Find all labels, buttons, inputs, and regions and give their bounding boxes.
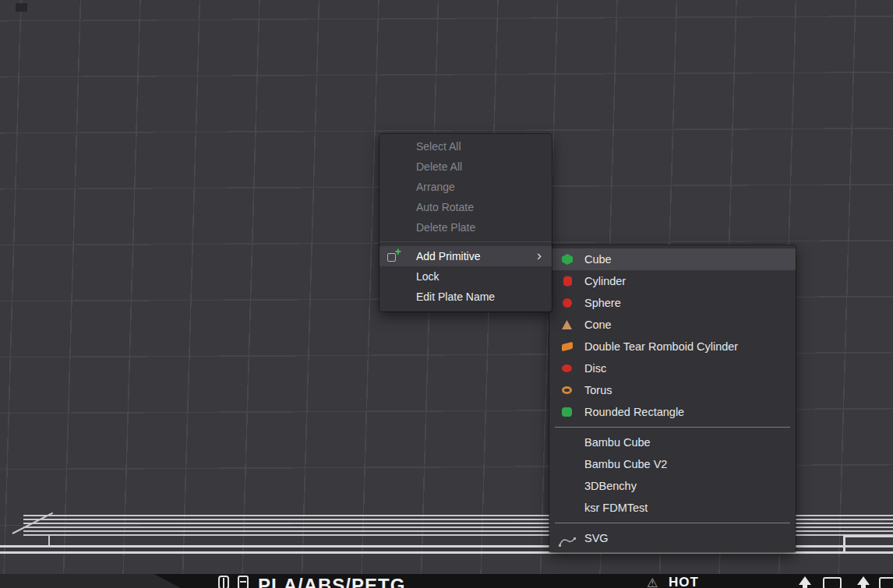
submenu-item-label: Bambu Cube	[584, 436, 651, 449]
submenu-item-torus[interactable]: Torus	[549, 379, 796, 401]
context-menu: Select All Delete All Arrange Auto Rotat…	[379, 134, 552, 312]
filament-spool-icon[interactable]	[218, 576, 229, 588]
sphere-icon	[563, 298, 572, 308]
submenu-item-bambu-cube-v2[interactable]: Bambu Cube V2	[549, 453, 796, 475]
double-tear-romboid-cylinder-icon	[562, 342, 573, 351]
plate-corner-bracket	[843, 535, 893, 554]
torus-icon	[562, 386, 572, 394]
submenu-item-3dbenchy[interactable]: 3DBenchy	[549, 475, 796, 497]
ams-box-icon[interactable]	[238, 576, 249, 588]
move-up-icon[interactable]	[857, 576, 870, 585]
menu-item-auto-rotate[interactable]: Auto Rotate	[379, 197, 552, 217]
submenu-item-label: Rounded Rectangle	[584, 406, 684, 418]
warning-triangle-icon: ⚠	[647, 576, 658, 588]
submenu-item-cylinder[interactable]: Cylinder	[549, 270, 796, 292]
menu-item-add-primitive[interactable]: + Add Primitive ›	[379, 246, 552, 266]
menu-item-delete-plate[interactable]: Delete Plate	[379, 217, 552, 238]
submenu-item-label: Cylinder	[584, 275, 626, 287]
cone-icon	[562, 320, 572, 329]
menu-item-select-all[interactable]: Select All	[379, 136, 552, 157]
cube-icon	[562, 254, 573, 265]
submenu-item-double-tear-romboid-cylinder[interactable]: Double Tear Romboid Cylinder	[549, 336, 796, 357]
svg-curve-icon	[559, 533, 576, 544]
submenu-item-ksr-fdmtest[interactable]: ksr FDMTest	[549, 497, 796, 519]
submenu-item-cube[interactable]: Cube	[549, 248, 796, 270]
submenu-item-label: Cube	[584, 253, 612, 266]
submenu-item-bambu-cube[interactable]: Bambu Cube	[549, 431, 796, 453]
menu-item-arrange[interactable]: Arrange	[379, 177, 552, 197]
menu-item-label: Add Primitive	[416, 250, 480, 262]
submenu-item-label: 3DBenchy	[584, 480, 637, 492]
submenu-separator	[555, 523, 790, 523]
menu-item-lock[interactable]: Lock	[379, 266, 552, 287]
submenu-item-label: Double Tear Romboid Cylinder	[584, 340, 738, 353]
submenu-item-label: Torus	[584, 384, 612, 396]
filament-type-text: PLA/ABS/PETG	[258, 575, 405, 588]
submenu-item-label: Disc	[584, 362, 606, 375]
menu-separator	[379, 241, 552, 242]
disc-icon	[562, 364, 572, 372]
submenu-item-sphere[interactable]: Sphere	[549, 292, 796, 314]
add-primitive-submenu: Cube Cylinder Sphere Cone Double Tear Ro…	[549, 245, 796, 552]
add-primitive-icon: +	[386, 249, 402, 263]
menu-item-delete-all[interactable]: Delete All	[379, 157, 552, 177]
submenu-item-label: Cone	[584, 319, 612, 331]
hot-label: HOT	[669, 575, 699, 588]
rounded-rectangle-icon	[562, 407, 572, 417]
submenu-item-label: SVG	[584, 532, 609, 544]
submenu-separator	[555, 427, 790, 428]
slicer-3d-viewport: Select All Delete All Arrange Auto Rotat…	[0, 0, 893, 588]
cylinder-icon	[563, 276, 572, 287]
menu-item-edit-plate-name[interactable]: Edit Plate Name	[379, 287, 552, 307]
plus-icon: +	[395, 246, 401, 257]
move-up-icon[interactable]	[799, 576, 811, 585]
plate-slot-icon[interactable]	[879, 577, 893, 588]
submenu-item-label: Sphere	[584, 297, 621, 309]
bottom-left-panel-corner	[0, 574, 184, 588]
chevron-right-icon: ›	[537, 245, 542, 266]
submenu-item-rounded-rectangle[interactable]: Rounded Rectangle	[549, 401, 796, 423]
submenu-item-cone[interactable]: Cone	[549, 314, 796, 336]
submenu-item-svg[interactable]: SVG	[549, 527, 796, 549]
submenu-item-label: Bambu Cube V2	[584, 458, 667, 470]
plate-slot-icon[interactable]	[823, 577, 842, 588]
submenu-item-disc[interactable]: Disc	[549, 357, 796, 379]
status-bar: PLA/ABS/PETG ⚠ HOT	[0, 574, 893, 588]
submenu-item-label: ksr FDMTest	[584, 502, 648, 514]
